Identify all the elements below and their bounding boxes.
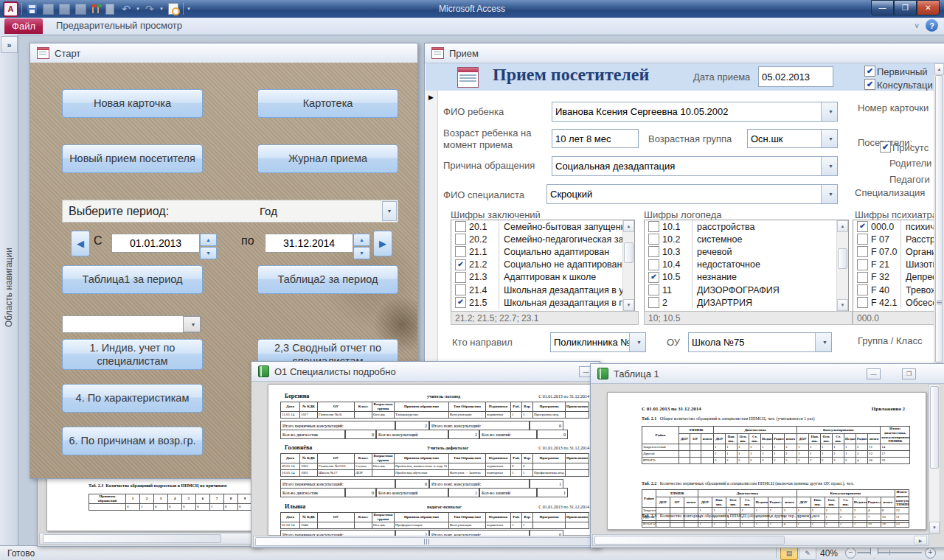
horizontal-scrollbar[interactable] bbox=[39, 533, 259, 545]
close-button[interactable]: ✕ bbox=[917, 0, 940, 15]
checkbox-icon[interactable] bbox=[857, 259, 868, 270]
checkbox-icon[interactable] bbox=[648, 221, 659, 232]
period-dropdown-icon[interactable]: ▼ bbox=[382, 201, 397, 221]
scrollbar-thumb[interactable] bbox=[935, 75, 943, 363]
reason-combo[interactable]: Социальная дезадаптация ▼ bbox=[552, 156, 838, 176]
spin-down-icon[interactable]: ▼ bbox=[200, 247, 217, 259]
file-tab[interactable]: Файл bbox=[4, 18, 43, 34]
quick-print-icon[interactable] bbox=[58, 2, 71, 15]
table1-period-button[interactable]: Таблица1 за период bbox=[62, 265, 203, 294]
nav-pane-expand-icon[interactable]: » bbox=[1, 36, 18, 53]
scrollbar-thumb[interactable] bbox=[930, 386, 939, 469]
checkbox-icon[interactable] bbox=[455, 246, 466, 257]
new-object-icon[interactable] bbox=[103, 2, 117, 15]
list-item[interactable]: ✔000.0психиче bbox=[853, 220, 935, 233]
primary-checkbox[interactable]: ✔ bbox=[864, 66, 875, 77]
psych-listbox[interactable]: ✔000.0психиче F 07Расстро F 07.0Органи F… bbox=[853, 220, 936, 312]
list-item[interactable]: 20.2Семейно-педагогическая запущ bbox=[451, 233, 622, 245]
scroll-up-icon[interactable]: ▲ bbox=[934, 63, 944, 75]
list-item[interactable]: 21.1Социально адаптирован bbox=[451, 245, 622, 258]
checkbox-icon[interactable] bbox=[648, 297, 659, 308]
checkbox-icon[interactable]: ✔ bbox=[455, 259, 466, 270]
reasons-report-button[interactable]: 6. По причинам и возр.гр. bbox=[62, 427, 203, 455]
checkbox-icon[interactable] bbox=[455, 221, 466, 232]
period-back-button[interactable]: ◀ bbox=[71, 231, 90, 256]
fio-combo[interactable]: Иванова Ксения Сергеевна 10.05.2002 ▼ bbox=[552, 102, 838, 122]
scroll-up-icon[interactable]: ▲ bbox=[837, 220, 848, 232]
checkbox-icon[interactable] bbox=[455, 234, 466, 245]
present-checkbox[interactable]: ✔ bbox=[880, 141, 891, 153]
o1-window-titlebar[interactable]: О1 Специалисты подробно — bbox=[251, 362, 600, 382]
visit-log-button[interactable]: Журнал приема bbox=[257, 144, 398, 173]
restore-button[interactable]: ❐ bbox=[894, 0, 917, 15]
flags-icon[interactable] bbox=[90, 4, 100, 14]
nav-pane-title[interactable]: Область навигации bbox=[0, 206, 18, 368]
combo-dropdown-icon[interactable]: ▼ bbox=[821, 185, 837, 203]
list-item[interactable]: 11ДИЗОРФОГРАФИЯ bbox=[645, 284, 836, 296]
list-item[interactable]: F 42.1Обсесс bbox=[853, 296, 935, 309]
t1-window-titlebar[interactable]: Таблица 1 — ❐ bbox=[591, 364, 944, 384]
ribbon-collapse-icon[interactable]: ˅ bbox=[914, 22, 919, 30]
list-item[interactable]: F 40Тревож bbox=[853, 284, 935, 296]
list-scrollbar[interactable]: ▲ ▼ bbox=[836, 220, 848, 311]
scroll-down-icon[interactable]: ▼ bbox=[929, 522, 940, 533]
specialist-combo[interactable]: ▼ bbox=[62, 315, 201, 333]
date-from-input[interactable]: 01.01.2013 bbox=[111, 234, 200, 253]
checkbox-icon[interactable] bbox=[648, 284, 659, 295]
scrollbar-thumb[interactable] bbox=[624, 242, 634, 263]
save-icon[interactable] bbox=[25, 2, 38, 15]
qat-customize-icon[interactable]: ▼ bbox=[187, 7, 191, 11]
list-item[interactable]: 10.1расстройства bbox=[645, 220, 836, 233]
list-item[interactable]: 10.3речевой bbox=[645, 245, 836, 258]
minimize-button[interactable]: — bbox=[871, 0, 894, 15]
list-item[interactable]: 21.3Адаптирован к школе bbox=[451, 271, 622, 284]
checkbox-icon[interactable] bbox=[455, 284, 466, 295]
redo-icon[interactable]: ↷ bbox=[143, 2, 156, 15]
list-item[interactable]: F 07Расстро bbox=[853, 233, 935, 245]
list-item[interactable]: 21.4Школьная дезадаптация в учеб bbox=[451, 284, 622, 296]
tab-print-preview[interactable]: Предварительный просмотр bbox=[56, 20, 182, 31]
layout-view-button[interactable]: ✎ bbox=[799, 547, 816, 560]
zoom-in-button[interactable]: + bbox=[925, 547, 936, 559]
new-card-button[interactable]: Новая карточка bbox=[62, 89, 203, 118]
checkbox-icon[interactable]: ✔ bbox=[455, 297, 466, 308]
list-scrollbar[interactable]: ▲ ▼ bbox=[622, 220, 634, 311]
checkbox-icon[interactable]: ✔ bbox=[857, 221, 868, 232]
list-item[interactable]: ✔21.2Социально не адаптирован bbox=[451, 259, 622, 271]
period-value[interactable]: Год bbox=[260, 205, 277, 217]
checkbox-icon[interactable]: ✔ bbox=[648, 272, 659, 283]
checkbox-icon[interactable] bbox=[455, 272, 466, 283]
combo-dropdown-icon[interactable]: ▼ bbox=[629, 333, 645, 351]
minimize-icon[interactable]: — bbox=[867, 368, 881, 379]
scroll-down-icon[interactable]: ▼ bbox=[837, 299, 848, 311]
list-item[interactable]: 10.2системное bbox=[645, 233, 836, 245]
scroll-down-icon[interactable]: ▼ bbox=[623, 299, 634, 311]
checkbox-icon[interactable] bbox=[857, 272, 868, 283]
date-input[interactable]: 05.02.2013 bbox=[758, 66, 833, 87]
undo-dropdown-icon[interactable]: ▼ bbox=[136, 7, 140, 11]
scrollbar-thumb[interactable] bbox=[43, 534, 221, 543]
characteristics-report-button[interactable]: 4. По характеристикам bbox=[62, 384, 203, 413]
checkbox-icon[interactable] bbox=[648, 234, 659, 245]
age-input[interactable]: 10 лет 8 мес bbox=[552, 129, 639, 148]
spin-down-icon[interactable]: ▼ bbox=[353, 247, 370, 259]
scroll-up-icon[interactable]: ▲ bbox=[623, 220, 634, 232]
zakl-listbox[interactable]: 20.1Семейно-бытовая запущенность 20.2Сем… bbox=[451, 220, 635, 312]
consult-checkbox[interactable]: ✔ bbox=[864, 79, 875, 90]
list-item[interactable]: F 32Депрес bbox=[853, 271, 935, 284]
who-combo[interactable]: Поликлинника №14 ▼ bbox=[550, 332, 646, 352]
email-icon[interactable] bbox=[41, 2, 55, 15]
priem-window-titlebar[interactable]: Прием bbox=[425, 43, 944, 63]
export-icon[interactable] bbox=[74, 2, 87, 15]
period-forward-button[interactable]: ▶ bbox=[373, 231, 392, 256]
card-index-button[interactable]: Картотека bbox=[257, 89, 398, 118]
record-selector[interactable]: ▶ bbox=[426, 91, 438, 372]
vertical-scrollbar[interactable]: ▲ bbox=[934, 63, 944, 372]
scrollbar-thumb[interactable] bbox=[255, 537, 597, 546]
checkbox-icon[interactable] bbox=[857, 297, 868, 308]
new-visit-button[interactable]: Новый прием посетителя bbox=[62, 144, 203, 173]
checkbox-icon[interactable] bbox=[648, 259, 659, 270]
ou-combo[interactable]: Школа №75 ▼ bbox=[688, 332, 832, 352]
age-group-combo[interactable]: Осн.шк ▼ bbox=[747, 129, 838, 148]
scrollbar-thumb[interactable] bbox=[838, 248, 847, 269]
